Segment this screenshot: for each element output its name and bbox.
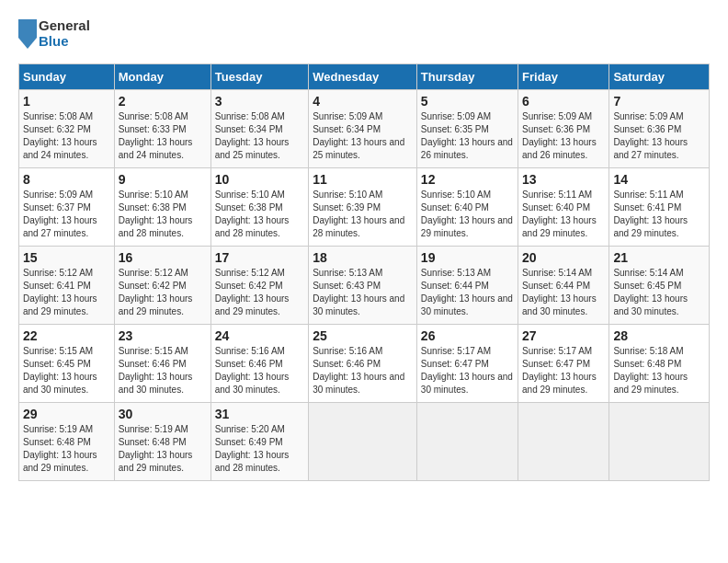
calendar-week-row: 29 Sunrise: 5:19 AM Sunset: 6:48 PM Dayl… [19, 403, 710, 481]
sunrise-label: Sunrise: 5:15 AM [119, 346, 188, 356]
calendar-cell: 17 Sunrise: 5:12 AM Sunset: 6:42 PM Dayl… [210, 247, 308, 325]
calendar-cell: 20 Sunrise: 5:14 AM Sunset: 6:44 PM Dayl… [518, 247, 609, 325]
sunrise-label: Sunrise: 5:09 AM [522, 111, 592, 121]
day-number: 28 [613, 328, 705, 343]
sunrise-label: Sunrise: 5:12 AM [23, 268, 93, 278]
day-info: Sunrise: 5:10 AM Sunset: 6:38 PM Dayligh… [119, 189, 207, 240]
sunrise-label: Sunrise: 5:17 AM [421, 346, 491, 356]
sunset-label: Sunset: 6:38 PM [215, 202, 283, 213]
daylight-label: Daylight: 13 hours and 29 minutes. [421, 215, 513, 238]
sunset-label: Sunset: 6:45 PM [613, 281, 681, 291]
day-info: Sunrise: 5:08 AM Sunset: 6:33 PM Dayligh… [119, 110, 207, 162]
calendar-cell: 13 Sunrise: 5:11 AM Sunset: 6:40 PM Dayl… [518, 168, 609, 247]
day-info: Sunrise: 5:13 AM Sunset: 6:43 PM Dayligh… [313, 267, 413, 318]
logo-blue-text: Blue [39, 34, 90, 50]
calendar-cell: 15 Sunrise: 5:12 AM Sunset: 6:41 PM Dayl… [19, 247, 115, 325]
sunset-label: Sunset: 6:41 PM [613, 202, 681, 213]
day-info: Sunrise: 5:18 AM Sunset: 6:48 PM Dayligh… [613, 345, 705, 396]
sunset-label: Sunset: 6:40 PM [421, 202, 489, 213]
calendar-cell: 9 Sunrise: 5:10 AM Sunset: 6:38 PM Dayli… [114, 168, 210, 247]
day-number: 31 [215, 407, 304, 421]
daylight-label: Daylight: 13 hours and 24 minutes. [23, 137, 97, 160]
day-number: 29 [23, 407, 110, 421]
calendar-cell: 23 Sunrise: 5:15 AM Sunset: 6:46 PM Dayl… [114, 325, 210, 403]
daylight-label: Daylight: 13 hours and 30 minutes. [421, 372, 513, 395]
calendar-cell: 24 Sunrise: 5:16 AM Sunset: 6:46 PM Dayl… [210, 325, 308, 403]
daylight-label: Daylight: 13 hours and 28 minutes. [215, 450, 290, 473]
weekday-header-tuesday: Tuesday [210, 64, 308, 90]
sunrise-label: Sunrise: 5:10 AM [215, 190, 285, 200]
logo: General Blue [18, 18, 90, 49]
day-info: Sunrise: 5:19 AM Sunset: 6:48 PM Dayligh… [119, 423, 207, 475]
day-info: Sunrise: 5:09 AM Sunset: 6:34 PM Dayligh… [313, 110, 413, 162]
sunset-label: Sunset: 6:44 PM [522, 281, 590, 291]
day-info: Sunrise: 5:17 AM Sunset: 6:47 PM Dayligh… [421, 345, 514, 396]
day-number: 1 [23, 94, 110, 109]
calendar-cell: 22 Sunrise: 5:15 AM Sunset: 6:45 PM Dayl… [19, 325, 115, 403]
day-info: Sunrise: 5:11 AM Sunset: 6:40 PM Dayligh… [522, 189, 605, 240]
day-number: 8 [23, 172, 110, 187]
calendar-week-row: 1 Sunrise: 5:08 AM Sunset: 6:32 PM Dayli… [19, 90, 710, 168]
calendar-cell [309, 403, 417, 481]
day-number: 4 [313, 94, 413, 109]
sunset-label: Sunset: 6:35 PM [421, 124, 489, 134]
day-number: 14 [613, 172, 705, 187]
day-number: 15 [23, 250, 110, 265]
sunset-label: Sunset: 6:48 PM [119, 437, 187, 447]
day-info: Sunrise: 5:15 AM Sunset: 6:46 PM Dayligh… [119, 345, 207, 396]
daylight-label: Daylight: 13 hours and 28 minutes. [119, 215, 193, 238]
day-info: Sunrise: 5:08 AM Sunset: 6:34 PM Dayligh… [215, 110, 304, 162]
day-info: Sunrise: 5:19 AM Sunset: 6:48 PM Dayligh… [23, 423, 110, 475]
daylight-label: Daylight: 13 hours and 29 minutes. [613, 372, 688, 395]
sunrise-label: Sunrise: 5:08 AM [23, 111, 93, 121]
day-number: 23 [119, 328, 207, 343]
sunset-label: Sunset: 6:45 PM [23, 359, 91, 369]
day-number: 25 [313, 328, 413, 343]
logo-arrow-icon [18, 19, 37, 49]
calendar-cell: 27 Sunrise: 5:17 AM Sunset: 6:47 PM Dayl… [518, 325, 609, 403]
sunrise-label: Sunrise: 5:19 AM [119, 424, 188, 434]
daylight-label: Daylight: 13 hours and 24 minutes. [119, 137, 193, 160]
day-info: Sunrise: 5:20 AM Sunset: 6:49 PM Dayligh… [215, 423, 304, 475]
weekday-header-thursday: Thursday [416, 64, 518, 90]
sunrise-label: Sunrise: 5:10 AM [313, 190, 382, 200]
calendar-cell: 4 Sunrise: 5:09 AM Sunset: 6:34 PM Dayli… [309, 90, 417, 168]
calendar-cell: 26 Sunrise: 5:17 AM Sunset: 6:47 PM Dayl… [416, 325, 518, 403]
daylight-label: Daylight: 13 hours and 29 minutes. [522, 215, 597, 238]
day-number: 2 [119, 94, 207, 109]
daylight-label: Daylight: 13 hours and 29 minutes. [215, 293, 290, 316]
day-number: 16 [119, 250, 207, 265]
calendar-cell: 29 Sunrise: 5:19 AM Sunset: 6:48 PM Dayl… [19, 403, 115, 481]
calendar-cell: 11 Sunrise: 5:10 AM Sunset: 6:39 PM Dayl… [309, 168, 417, 247]
sunset-label: Sunset: 6:36 PM [522, 124, 590, 134]
day-info: Sunrise: 5:14 AM Sunset: 6:44 PM Dayligh… [522, 267, 605, 318]
calendar-cell [609, 403, 710, 481]
day-number: 3 [215, 94, 304, 109]
day-number: 13 [522, 172, 605, 187]
day-info: Sunrise: 5:17 AM Sunset: 6:47 PM Dayligh… [522, 345, 605, 396]
day-info: Sunrise: 5:12 AM Sunset: 6:42 PM Dayligh… [215, 267, 304, 318]
sunset-label: Sunset: 6:34 PM [313, 124, 381, 134]
calendar-cell [518, 403, 609, 481]
sunset-label: Sunset: 6:32 PM [23, 124, 91, 134]
day-info: Sunrise: 5:09 AM Sunset: 6:37 PM Dayligh… [23, 189, 110, 240]
daylight-label: Daylight: 13 hours and 26 minutes. [522, 137, 597, 160]
daylight-label: Daylight: 13 hours and 25 minutes. [215, 137, 290, 160]
calendar-cell: 1 Sunrise: 5:08 AM Sunset: 6:32 PM Dayli… [19, 90, 115, 168]
sunset-label: Sunset: 6:37 PM [23, 202, 91, 213]
daylight-label: Daylight: 13 hours and 30 minutes. [119, 372, 193, 395]
sunset-label: Sunset: 6:46 PM [313, 359, 381, 369]
sunrise-label: Sunrise: 5:14 AM [613, 268, 683, 278]
daylight-label: Daylight: 13 hours and 30 minutes. [421, 293, 513, 316]
day-info: Sunrise: 5:10 AM Sunset: 6:38 PM Dayligh… [215, 189, 304, 240]
sunrise-label: Sunrise: 5:16 AM [313, 346, 382, 356]
sunset-label: Sunset: 6:47 PM [421, 359, 489, 369]
calendar-cell: 16 Sunrise: 5:12 AM Sunset: 6:42 PM Dayl… [114, 247, 210, 325]
calendar-cell: 14 Sunrise: 5:11 AM Sunset: 6:41 PM Dayl… [609, 168, 710, 247]
sunset-label: Sunset: 6:33 PM [119, 124, 187, 134]
sunrise-label: Sunrise: 5:09 AM [313, 111, 382, 121]
calendar-cell: 3 Sunrise: 5:08 AM Sunset: 6:34 PM Dayli… [210, 90, 308, 168]
sunrise-label: Sunrise: 5:16 AM [215, 346, 285, 356]
calendar-cell: 19 Sunrise: 5:13 AM Sunset: 6:44 PM Dayl… [416, 247, 518, 325]
weekday-header-saturday: Saturday [609, 64, 710, 90]
